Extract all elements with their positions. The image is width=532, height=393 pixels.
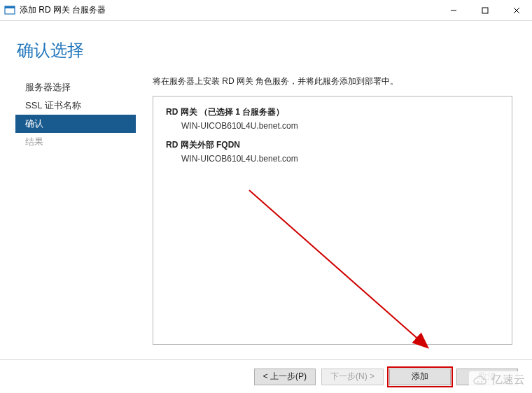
close-button[interactable]	[500, 0, 532, 21]
maximize-button[interactable]	[469, 0, 500, 21]
nav-confirm[interactable]: 确认	[15, 115, 136, 133]
nav-server-select[interactable]: 服务器选择	[15, 78, 136, 97]
section-value-fqdn: WIN-UICOB610L4U.benet.com	[181, 154, 506, 164]
svg-point-8	[477, 381, 479, 383]
window-title: 添加 RD 网关 台服务器	[20, 4, 106, 16]
wizard-nav: 服务器选择 SSL 证书名称 确认 结果	[15, 78, 136, 151]
intro-text: 将在服务器上安装 RD 网关 角色服务，并将此服务添加到部署中。	[153, 76, 515, 87]
page-title: 确认选择	[17, 39, 84, 62]
section-title-fqdn: RD 网关外部 FQDN	[166, 139, 506, 151]
previous-button[interactable]: < 上一步(P)	[254, 369, 316, 385]
nav-ssl-cert[interactable]: SSL 证书名称	[15, 97, 136, 115]
watermark-text: 亿速云	[491, 373, 525, 387]
content-area: 将在服务器上安装 RD 网关 角色服务，并将此服务添加到部署中。 RD 网关 （…	[153, 76, 515, 345]
next-button: 下一步(N) >	[321, 369, 384, 385]
section-title-rd-gateway: RD 网关 （已选择 1 台服务器）	[166, 106, 506, 118]
add-button[interactable]: 添加	[389, 369, 451, 385]
svg-rect-1	[5, 6, 15, 8]
cloud-icon	[472, 374, 489, 387]
title-bar: 添加 RD 网关 台服务器	[0, 0, 532, 21]
watermark: 亿速云	[469, 371, 528, 389]
section-value-rd-gateway: WIN-UICOB610L4U.benet.com	[181, 121, 506, 131]
summary-panel: RD 网关 （已选择 1 台服务器） WIN-UICOB610L4U.benet…	[153, 96, 512, 345]
svg-rect-3	[482, 8, 488, 13]
svg-point-9	[481, 381, 482, 383]
button-row: < 上一步(P) 下一步(N) > 添加 取消	[0, 359, 532, 393]
nav-result: 结果	[15, 133, 136, 151]
app-icon	[4, 5, 15, 16]
minimize-button[interactable]	[438, 0, 469, 21]
